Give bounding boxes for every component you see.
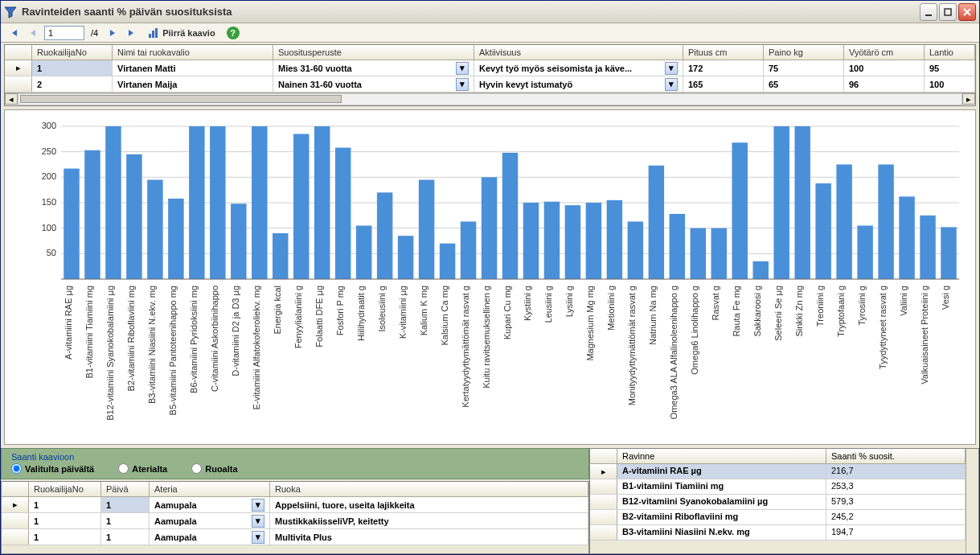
svg-text:250: 250 bbox=[42, 146, 56, 156]
chevron-down-icon[interactable]: ▾ bbox=[252, 499, 264, 512]
col-paiva[interactable]: Päivä bbox=[101, 482, 150, 496]
svg-text:200: 200 bbox=[42, 171, 56, 181]
svg-text:Kystiini g: Kystiini g bbox=[523, 286, 532, 321]
table-row[interactable]: B3-vitamiini Niasiini N.ekv. mg 194,7 bbox=[590, 525, 966, 541]
svg-text:B1-vitamiini Tiamiini mg: B1-vitamiini Tiamiini mg bbox=[84, 286, 94, 379]
svg-text:Tryptofaani g: Tryptofaani g bbox=[836, 286, 846, 337]
bar bbox=[293, 134, 309, 280]
col-ruokailijano[interactable]: RuokailijaNo bbox=[32, 45, 113, 60]
radio-ruoalta[interactable]: Ruoalta bbox=[191, 463, 237, 474]
page-number-input[interactable] bbox=[44, 26, 84, 40]
window-title: Ravinteiden saanti % päivän suosituksist… bbox=[22, 6, 920, 18]
svg-text:D-vitamiini D2 ja D3 µg: D-vitamiini D2 ja D3 µg bbox=[231, 286, 240, 376]
bar bbox=[607, 200, 622, 279]
bar bbox=[691, 228, 706, 279]
col-saanti[interactable]: Saanti % suosit. bbox=[826, 449, 966, 463]
table-row[interactable]: ▸ 1 1 Aamupala▾ Appelsiini, tuore, useit… bbox=[2, 497, 588, 513]
col-ruokailijano2[interactable]: RuokailijaNo bbox=[29, 482, 101, 496]
prev-page-button[interactable] bbox=[25, 26, 41, 40]
bar bbox=[482, 177, 497, 279]
bar-chart: 50100150200250300A-vitamiini RAE µgB1-vi… bbox=[29, 118, 967, 441]
svg-text:Treoniini g: Treoniini g bbox=[815, 286, 825, 327]
scroll-left-button[interactable]: ◂ bbox=[5, 93, 18, 105]
col-aktiivisuus[interactable]: Aktiivisuus bbox=[474, 45, 683, 60]
col-vyotaro[interactable]: Vyötärö cm bbox=[844, 45, 925, 60]
chevron-down-icon[interactable]: ▾ bbox=[252, 531, 264, 544]
chevron-down-icon[interactable]: ▾ bbox=[252, 515, 264, 528]
chevron-down-icon[interactable]: ▾ bbox=[665, 78, 678, 91]
v-scrollbar[interactable] bbox=[966, 449, 978, 553]
svg-text:B3-vitamiini Niasiini N.ekv. m: B3-vitamiini Niasiini N.ekv. mg bbox=[147, 286, 157, 404]
bar bbox=[440, 244, 455, 279]
svg-text:Tyrosiini g: Tyrosiini g bbox=[857, 286, 867, 326]
col-ravinne[interactable]: Ravinne bbox=[617, 449, 826, 463]
chevron-down-icon[interactable]: ▾ bbox=[456, 78, 469, 91]
col-nimi[interactable]: Nimi tai ruokavalio bbox=[113, 45, 273, 60]
radio-valitulta[interactable]: Valitulta päivältä bbox=[11, 463, 94, 474]
svg-text:100: 100 bbox=[42, 223, 56, 232]
table-row[interactable]: B1-vitamiini Tiamiini mg 253,3 bbox=[590, 479, 966, 495]
bar bbox=[586, 203, 601, 279]
scroll-right-button[interactable]: ▸ bbox=[962, 93, 975, 105]
svg-text:Seleeni Se µg: Seleeni Se µg bbox=[773, 286, 783, 341]
radio-aterialta[interactable]: Aterialta bbox=[118, 463, 167, 474]
col-ateria[interactable]: Ateria bbox=[150, 482, 270, 496]
col-paino[interactable]: Paino kg bbox=[764, 45, 844, 60]
persons-grid: RuokailijaNo Nimi tai ruokavalio Suositu… bbox=[4, 44, 976, 106]
first-page-button[interactable] bbox=[6, 26, 22, 40]
svg-text:Folaatti DFE µg: Folaatti DFE µg bbox=[314, 286, 324, 347]
svg-text:B12-vitamiini Syanokobalamiini: B12-vitamiini Syanokobalamiini µg bbox=[105, 286, 115, 421]
table-row[interactable]: B12-vitamiini Syanokobalamiini µg 579,3 bbox=[590, 495, 966, 510]
chevron-down-icon[interactable]: ▾ bbox=[665, 62, 678, 75]
svg-text:Rauta Fe mg: Rauta Fe mg bbox=[732, 286, 741, 337]
help-icon[interactable]: ? bbox=[227, 27, 240, 39]
svg-text:Metioniini g: Metioniini g bbox=[606, 286, 616, 331]
draw-chart-button[interactable]: Piirrä kaavio bbox=[143, 26, 219, 40]
svg-text:300: 300 bbox=[42, 121, 56, 130]
svg-text:Hiilihydraatit g: Hiilihydraatit g bbox=[356, 286, 366, 341]
bar bbox=[773, 126, 789, 279]
table-row[interactable]: 1 1 Aamupala▾ Multivita Plus bbox=[2, 529, 588, 545]
col-pituus[interactable]: Pituus cm bbox=[683, 45, 764, 60]
table-row[interactable]: B2-vitamiini Riboflaviini mg 245,2 bbox=[590, 510, 966, 525]
next-page-button[interactable] bbox=[105, 26, 121, 40]
nutrients-grid: Ravinne Saanti % suosit. ▸ A-vitamiini R… bbox=[589, 448, 979, 554]
svg-text:Sakkaroosi g: Sakkaroosi g bbox=[752, 286, 762, 337]
bar bbox=[899, 196, 914, 279]
bar bbox=[64, 169, 79, 279]
table-row[interactable]: ▸ 1 Virtanen Matti Mies 31-60 vuotta▾ Ke… bbox=[5, 60, 975, 76]
bar bbox=[732, 142, 748, 279]
maximize-button[interactable] bbox=[939, 3, 957, 21]
table-row[interactable]: ▸ A-vitamiini RAE µg 216,7 bbox=[590, 464, 966, 479]
h-scrollbar[interactable]: ◂ ▸ bbox=[5, 92, 975, 105]
titlebar: Ravinteiden saanti % päivän suosituksist… bbox=[1, 1, 979, 23]
svg-rect-3 bbox=[152, 31, 154, 38]
svg-text:Omega6 Linolihappo g: Omega6 Linolihappo g bbox=[690, 286, 699, 375]
table-row[interactable]: 2 Virtanen Maija Nainen 31-60 vuotta▾ Hy… bbox=[5, 76, 975, 92]
table-row[interactable]: 1 1 Aamupala▾ MustikkakiisseliVP, keitet… bbox=[2, 513, 588, 529]
bar bbox=[711, 228, 727, 279]
bar bbox=[544, 202, 560, 279]
last-page-button[interactable] bbox=[124, 26, 140, 40]
svg-rect-4 bbox=[155, 28, 158, 38]
meals-grid: RuokailijaNo Päivä Ateria Ruoka ▸ 1 1 Aa… bbox=[1, 481, 589, 554]
bar bbox=[857, 226, 872, 280]
minimize-button[interactable] bbox=[920, 3, 937, 21]
svg-text:B5-vitamiini Pantoteenihappo m: B5-vitamiini Pantoteenihappo mg bbox=[168, 286, 178, 415]
svg-text:Rasvat g: Rasvat g bbox=[711, 286, 720, 320]
radio-bar: Saanti kaavioon Valitulta päivältä Ateri… bbox=[1, 448, 589, 479]
col-ruoka[interactable]: Ruoka bbox=[270, 482, 588, 496]
bar bbox=[461, 221, 476, 279]
close-button[interactable] bbox=[958, 3, 976, 21]
chevron-down-icon[interactable]: ▾ bbox=[456, 62, 469, 75]
draw-chart-label: Piirrä kaavio bbox=[162, 28, 215, 38]
col-lantio[interactable]: Lantio bbox=[925, 45, 975, 60]
page-total-label: /4 bbox=[88, 28, 101, 38]
col-suositus[interactable]: Suositusperuste bbox=[273, 45, 474, 60]
bar bbox=[231, 204, 246, 279]
bar bbox=[878, 165, 893, 280]
bar bbox=[649, 166, 664, 279]
bar bbox=[210, 126, 225, 279]
svg-text:A-vitamiini RAE µg: A-vitamiini RAE µg bbox=[64, 286, 73, 360]
svg-text:Kupari Cu mg: Kupari Cu mg bbox=[502, 286, 512, 339]
